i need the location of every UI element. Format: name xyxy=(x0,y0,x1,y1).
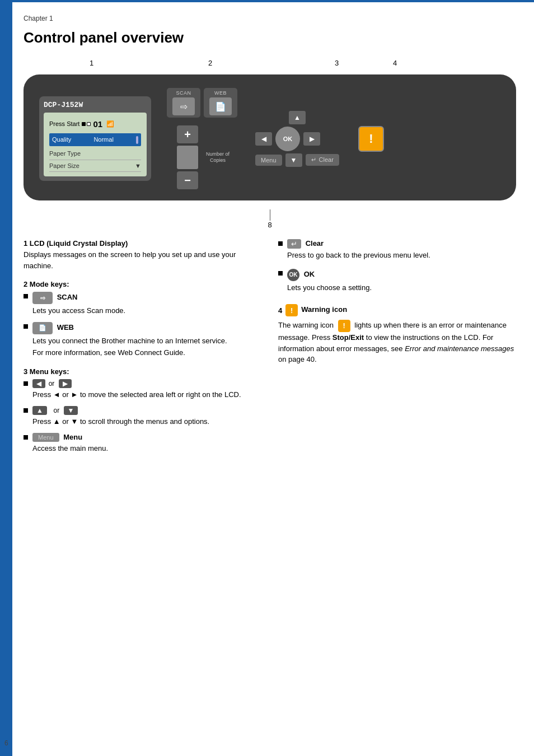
scan-sub-heading: SCAN xyxy=(57,293,78,301)
left-accent-bar xyxy=(0,2,12,756)
lcd-copy-num: 01 xyxy=(93,117,102,132)
descriptions-left: 1 LCD (Liquid Crystal Display) Displays … xyxy=(24,239,261,463)
ok-sub-content: OK OK Lets you choose a setting. xyxy=(287,269,516,293)
descriptions-right: ↵ Clear Press to go back to the previous… xyxy=(278,239,516,463)
desc-1-heading: LCD (Liquid Crystal Display) xyxy=(30,239,128,248)
desc-3-heading: Menu keys: xyxy=(30,367,69,376)
mode-keys-section: SCAN ⇨ WEB 📄 + − xyxy=(167,88,237,189)
ud-bullet xyxy=(24,408,28,413)
callout-8: 8 xyxy=(24,221,516,229)
warning-section: ! xyxy=(358,126,384,152)
ok-sub-item: OK OK Lets you choose a setting. xyxy=(278,269,516,293)
lcd-down-arrow: ▼ xyxy=(135,161,141,171)
desc-item-3: 3 Menu keys: ◀ or ▶ Press ◄ or ► to move… xyxy=(24,367,261,454)
web-key[interactable]: WEB 📄 xyxy=(204,88,237,118)
lcd-quality-label: Quality xyxy=(52,134,71,145)
ok-button[interactable]: OK xyxy=(275,127,300,151)
scan-inline-icon: ⇨ xyxy=(32,292,53,304)
scan-sub-text: Lets you access Scan mode. xyxy=(32,305,261,316)
warning-inline-icon-2: ! xyxy=(338,320,350,332)
up-arrow-inline-group: ▲ xyxy=(32,406,47,415)
or-text-lr: or xyxy=(49,380,57,388)
scan-bullet xyxy=(24,294,28,298)
nav-left-button[interactable]: ◀ xyxy=(255,132,272,146)
copies-display xyxy=(177,146,198,169)
ok-inline-icon: OK xyxy=(287,269,299,281)
clear-button[interactable]: ↵ Clear xyxy=(306,154,339,166)
desc-4-heading: Warning icon xyxy=(301,305,347,314)
warning-icon: ! xyxy=(358,126,384,152)
menu-button[interactable]: Menu xyxy=(255,155,282,166)
desc-4-number: 4 xyxy=(278,306,282,315)
scan-icon: ⇨ xyxy=(172,97,195,115)
clear-sub-item: ↵ Clear Press to go back to the previous… xyxy=(278,239,516,261)
clear-sub-content: ↵ Clear Press to go back to the previous… xyxy=(287,239,516,261)
scan-key[interactable]: SCAN ⇨ xyxy=(167,88,200,118)
menu-sub-text: Access the main menu. xyxy=(32,443,261,454)
lr-bullet xyxy=(24,381,28,386)
callout-3: 3 xyxy=(335,59,339,67)
web-icon: 📄 xyxy=(209,97,232,115)
top-blue-line xyxy=(0,0,534,2)
copies-minus-button[interactable]: − xyxy=(177,171,198,189)
nav-mid-row: ◀ OK ▶ xyxy=(255,127,339,151)
mode-keys-row: SCAN ⇨ WEB 📄 xyxy=(167,88,237,118)
desc-3-number: 3 xyxy=(24,367,30,376)
web-sub-text2: For more information, see Web Connect Gu… xyxy=(32,347,261,358)
copies-section: + − xyxy=(177,125,198,189)
desc-2-heading: Mode keys: xyxy=(30,280,69,288)
chapter-label: Chapter 1 xyxy=(24,15,516,22)
lcd-model-label: DCP-J152W xyxy=(44,101,147,109)
right-arrow-inline: ▶ xyxy=(59,379,72,388)
lr-sub-item: ◀ or ▶ Press ◄ or ► to move the selected… xyxy=(24,379,261,400)
ok-sub-text: Lets you choose a setting. xyxy=(287,282,516,293)
lcd-panel: DCP-J152W Press Start 01 📶 Q xyxy=(39,96,151,181)
scan-sub-item: ⇨ SCAN Lets you access Scan mode. xyxy=(24,292,261,316)
ok-bullet xyxy=(278,271,283,276)
or-text-ud: or xyxy=(54,407,62,414)
lcd-paper-type: Paper Type xyxy=(49,148,141,160)
lcd-press-start: Press Start xyxy=(49,119,79,129)
desc-4-text3: Stop/Exit xyxy=(332,333,364,342)
desc-4-text6: on page 40. xyxy=(278,355,317,363)
nav-up-button[interactable]: ▲ xyxy=(289,111,306,124)
web-sub-item: 📄 WEB Lets you connect the Brother machi… xyxy=(24,322,261,358)
lcd-paper-size: Paper Size ▼ xyxy=(49,160,141,172)
web-sub-heading: WEB xyxy=(57,323,74,332)
left-arrow-inline: ◀ xyxy=(32,379,45,388)
web-bullet xyxy=(24,324,28,329)
page-title: Control panel overview xyxy=(24,29,516,46)
desc-4-text1: The warning icon xyxy=(278,321,334,330)
lcd-status-row: Press Start 01 📶 xyxy=(49,117,141,132)
web-sub-text1: Lets you connect the Brother machine to … xyxy=(32,335,261,347)
copies-label: Number ofCopies xyxy=(206,151,229,164)
menu-sub-item: Menu Menu Access the main menu. xyxy=(24,433,261,454)
web-label: WEB xyxy=(214,90,227,96)
lcd-dots xyxy=(82,122,91,126)
desc-4-text5: Error and maintenance messages xyxy=(405,344,514,353)
desc-4-text: The warning icon ! lights up when there … xyxy=(278,320,516,365)
lcd-wifi-icon: 📶 xyxy=(106,119,114,129)
callout-8-line xyxy=(270,209,270,221)
warning-inline-icon: ! xyxy=(285,304,298,316)
desc-1-text: Displays messages on the screen to help … xyxy=(24,249,261,271)
nav-right-button[interactable]: ▶ xyxy=(303,132,320,146)
clear-sub-heading: Clear xyxy=(306,239,324,248)
copies-plus-button[interactable]: + xyxy=(177,125,198,143)
nav-down-button[interactable]: ▼ xyxy=(285,153,302,167)
callout-4: 4 xyxy=(393,59,397,67)
page-number: 6 xyxy=(4,739,8,747)
menu-inline-btn: Menu xyxy=(32,433,59,442)
desc-item-4: 4 ! Warning icon The warning icon ! ligh… xyxy=(278,304,516,365)
callout-2: 2 xyxy=(208,59,212,67)
ud-sub-text: Press ▲ or ▼ to scroll through the menus… xyxy=(32,416,261,427)
clear-sub-text: Press to go back to the previous menu le… xyxy=(287,250,516,261)
desc-item-2: 2 Mode keys: ⇨ SCAN Lets you access Scan… xyxy=(24,280,261,358)
menu-sub-content: Menu Menu Access the main menu. xyxy=(32,433,261,454)
ud-sub-content: ▲ or ▼ Press ▲ or ▼ to scroll through th… xyxy=(32,406,261,427)
desc-1-number: 1 xyxy=(24,239,27,248)
lcd-quality-row: Quality Normal xyxy=(49,133,141,146)
menu-label-row: Menu ▼ ↵ Clear xyxy=(255,153,339,167)
lcd-screen: Press Start 01 📶 Quality Normal xyxy=(44,113,147,177)
callout-numbers-row: 1 2 3 4 xyxy=(24,59,516,74)
